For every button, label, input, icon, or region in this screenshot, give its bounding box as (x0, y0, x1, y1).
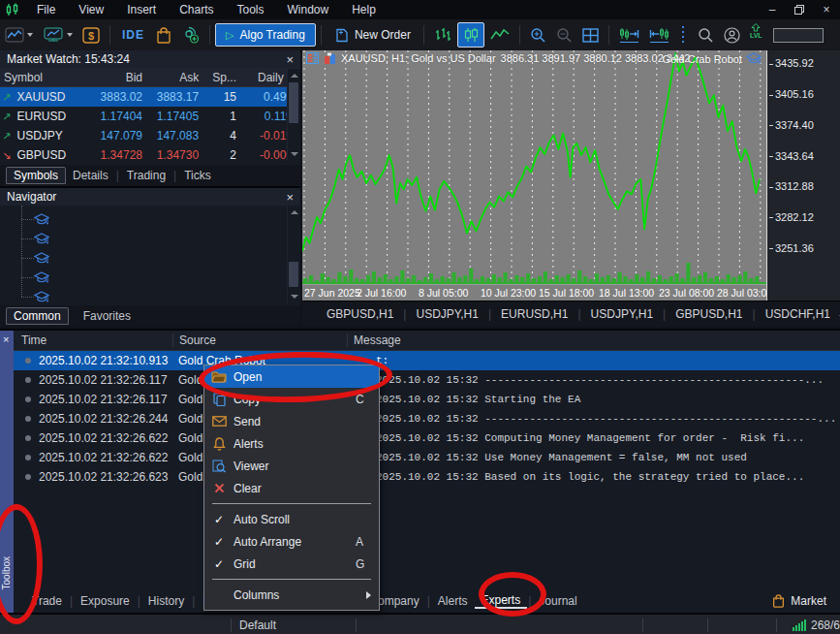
new-order-button[interactable]: New Order (327, 28, 419, 43)
column-symbol[interactable]: Symbol (0, 71, 94, 84)
menu-item-send[interactable]: Send (204, 410, 379, 432)
tab-alerts[interactable]: Alerts (431, 593, 475, 609)
tile-windows-button[interactable] (578, 23, 603, 47)
menu-item-copy[interactable]: Copy C (204, 388, 379, 410)
profile-selector[interactable]: Default (232, 618, 356, 632)
menu-charts[interactable]: Charts (168, 0, 225, 19)
chart-tab-usdchf[interactable]: USDCHF,H1 (757, 307, 839, 321)
minimize-button[interactable]: – (759, 0, 786, 19)
zoom-in-button[interactable] (526, 23, 550, 47)
journal-row[interactable]: 2025.10.02 21:32:26.117 Gold Crab Robot … (14, 370, 840, 390)
menu-view[interactable]: View (67, 0, 115, 19)
journal-row[interactable]: 2025.10.02 21:32:26.117 Gold Crab Robot … (14, 390, 840, 409)
scroll-thumb[interactable] (289, 262, 298, 287)
column-message[interactable]: Message (347, 333, 840, 347)
close-button[interactable]: × (813, 0, 840, 19)
scroll-down-icon[interactable] (291, 295, 298, 299)
menu-item-grid[interactable]: ✓ Grid G (204, 553, 379, 575)
journal-row[interactable]: 2025.10.02 21:32:26.244 Gold Crab Robot … (14, 409, 840, 428)
tab-common[interactable]: Common (6, 307, 69, 325)
column-spread[interactable]: Sp... (202, 71, 240, 84)
scroll-thumb[interactable] (289, 82, 298, 123)
navigator-scrollbar[interactable] (287, 206, 300, 303)
tab-favorites[interactable]: Favorites (77, 308, 138, 324)
new-chart-button[interactable] (1, 23, 37, 47)
market-tab-button[interactable]: Market (772, 594, 840, 608)
journal-row[interactable]: 2025.10.02 21:32:26.622 Gold Crab Robot … (14, 428, 840, 448)
menu-window[interactable]: Window (276, 0, 341, 19)
ide-button[interactable]: IDE (116, 23, 150, 47)
scroll-down-icon[interactable] (291, 152, 298, 156)
tab-trade[interactable]: Trade (25, 593, 69, 609)
line-chart-mode-button[interactable] (486, 23, 513, 47)
scroll-up-icon[interactable] (291, 74, 298, 78)
profiles-button[interactable] (39, 23, 77, 47)
zoom-out-button[interactable] (552, 23, 576, 47)
economic-calendar-button[interactable]: $ (78, 23, 104, 47)
connection-traffic[interactable]: 268/6 (793, 618, 840, 632)
menu-file[interactable]: File (25, 0, 67, 19)
auto-scroll-chart-button[interactable] (615, 23, 643, 47)
tab-ticks[interactable]: Ticks (177, 168, 218, 183)
tab-journal[interactable]: Journal (532, 593, 583, 609)
navigator-expert-item[interactable] (21, 269, 49, 285)
menu-tools[interactable]: Tools (226, 0, 276, 19)
market-store-button[interactable] (152, 23, 175, 47)
menu-item-columns[interactable]: Columns (204, 584, 379, 606)
chart-tab-gbpusd-2[interactable]: GBPUSD,H1 (667, 307, 751, 321)
shift-end-button[interactable] (645, 23, 673, 47)
menu-item-clear[interactable]: Clear (204, 477, 379, 499)
chart-tab-gbpusd[interactable]: GBPUSD,H1 (318, 307, 402, 321)
restore-button[interactable] (786, 0, 813, 19)
toolbar-drag-handle[interactable] (682, 26, 685, 44)
journal-row[interactable]: 2025.10.02 21:32:26.623 Gold Crab Robot … (14, 467, 840, 487)
time-axis[interactable]: 27 Jun 20252 Jul 16:008 Jul 05:0010 Jul … (302, 284, 766, 301)
navigator-expert-item[interactable] (21, 211, 49, 227)
scroll-up-icon[interactable] (291, 210, 298, 214)
menu-item-auto-arrange[interactable]: ✓ Auto Arrange A (204, 530, 379, 553)
chart-tab-eurusd[interactable]: EURUSD,H1 (492, 307, 576, 321)
symbol-row-eurusd[interactable]: ↗ EURUSD 1.17404 1.17405 1 0.11% (0, 107, 300, 126)
graduation-cap-icon[interactable] (746, 52, 762, 65)
menu-item-alerts[interactable]: Alerts (204, 432, 379, 455)
column-ask[interactable]: Ask (146, 71, 202, 84)
price-axis[interactable]: 3435.923405.163374.403343.643312.883282.… (766, 50, 840, 301)
tab-trading[interactable]: Trading (120, 168, 172, 183)
level-up-button[interactable]: LVL (746, 23, 766, 47)
menu-item-open[interactable]: Open (204, 365, 379, 388)
symbol-row-gbpusd[interactable]: ↘ GBPUSD 1.34728 1.34730 2 -0.00% (0, 145, 300, 160)
navigator-close-icon[interactable]: × (286, 191, 294, 204)
search-button[interactable] (694, 23, 718, 47)
journal-row[interactable]: 2025.10.02 21:32:10.913 Gold Crab Robot … (14, 351, 840, 370)
menu-insert[interactable]: Insert (115, 0, 168, 19)
chart-tab-usdjpy-2[interactable]: USDJPY,H1 (582, 307, 662, 321)
signals-button[interactable] (177, 23, 203, 47)
chart-tab-usdjpy[interactable]: USDJPY,H1 (407, 307, 486, 321)
tab-symbols[interactable]: Symbols (6, 167, 66, 184)
column-time[interactable]: Time (14, 333, 172, 347)
navigator-expert-item[interactable] (21, 289, 49, 304)
navigator-expert-item[interactable] (21, 250, 49, 266)
tab-history[interactable]: History (141, 593, 191, 609)
market-watch-close-icon[interactable]: × (286, 53, 294, 66)
menu-item-viewer[interactable]: Viewer (204, 455, 379, 477)
market-watch-scrollbar[interactable] (287, 69, 300, 161)
column-bid[interactable]: Bid (94, 71, 146, 84)
bar-chart-mode-button[interactable] (430, 23, 455, 47)
tab-exposure[interactable]: Exposure (74, 593, 137, 609)
one-click-trading-icon[interactable] (324, 52, 336, 64)
symbol-row-usdjpy[interactable]: ↗ USDJPY 147.079 147.083 4 -0.01% (0, 126, 300, 145)
candlestick-mode-button[interactable] (457, 22, 484, 48)
chart-plot-area[interactable]: XAUUSD, H1: Gold vs US Dollar 3886.31 38… (302, 50, 766, 284)
menu-help[interactable]: Help (340, 0, 388, 19)
menu-item-auto-scroll[interactable]: ✓ Auto Scroll (204, 508, 379, 530)
column-source[interactable]: Source (172, 333, 347, 347)
toolbox-close-icon[interactable]: × (3, 334, 9, 345)
journal-row[interactable]: 2025.10.02 21:32:26.622 Gold Crab Robot … (14, 448, 840, 467)
navigator-expert-item[interactable] (21, 231, 49, 246)
tab-experts[interactable]: Experts (475, 592, 528, 609)
depth-of-market-icon[interactable] (306, 52, 319, 64)
toolbox-dock-label[interactable]: Toolbox (1, 556, 12, 589)
algo-trading-button[interactable]: ▷ Algo Trading (215, 23, 316, 47)
symbol-row-xauusd[interactable]: ↗ XAUUSD 3883.02 3883.17 15 0.49% (0, 87, 300, 107)
